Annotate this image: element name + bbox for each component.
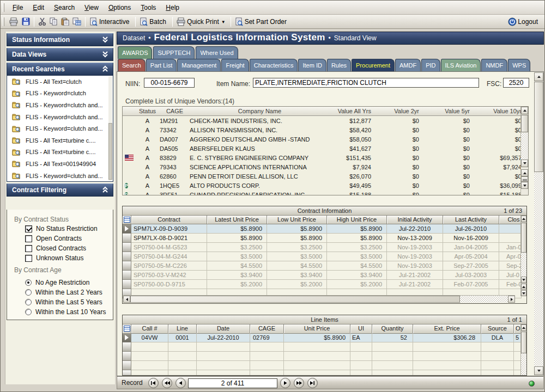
lineitems-col-header[interactable]: Quantity xyxy=(372,324,413,334)
filter-checkbox-closed-contracts[interactable]: Closed Contracts xyxy=(25,244,86,253)
lineitems-col-header[interactable]: Line xyxy=(168,324,197,334)
paste-button[interactable] xyxy=(59,16,71,28)
contract-row[interactable]: SPM7LX-08-D-9021$5.8900$5.8900$5.8900Nov… xyxy=(123,234,526,243)
save-button[interactable] xyxy=(20,16,32,28)
contract-col-header[interactable]: Clos xyxy=(499,216,522,224)
contract-col-header[interactable]: Contract xyxy=(131,216,207,224)
menu-view[interactable]: View xyxy=(80,1,104,14)
tab-management[interactable]: Management xyxy=(177,59,221,72)
tab-pid[interactable]: PID xyxy=(421,59,440,72)
menu-tools[interactable]: Tools xyxy=(136,1,161,14)
line-item-row[interactable]: 04VW0001Jul-22-201002769$5.8900EA52$306.… xyxy=(123,333,526,342)
recent-search-item[interactable]: FLIS - All Text=clutch xyxy=(7,76,113,88)
lineitems-col-header[interactable]: Source xyxy=(481,324,514,334)
contract-col-header[interactable]: Last Activity xyxy=(443,216,499,224)
niin-field[interactable]: 00-015-6679 xyxy=(144,78,195,88)
prev-record-button[interactable] xyxy=(175,378,186,388)
filter-radio-within-the-last-5-years[interactable]: Within the Last 5 Years xyxy=(25,298,102,307)
sidebar-panel-status-information[interactable]: Status Information xyxy=(7,33,113,46)
contract-row[interactable]: SP0750-00-D-9715$5.2000$5.2000$5.2000Jul… xyxy=(123,280,526,289)
contract-row[interactable]: SPM7LX-09-D-9039$5.8900$5.8900$5.8900Jul… xyxy=(123,224,526,234)
print-button[interactable] xyxy=(8,16,20,28)
lineitems-col-header[interactable]: CAGE xyxy=(250,324,284,334)
vendor-row[interactable]: PA1HQE5ALTO PRODUCTS CORP.$49,495$0$0$36… xyxy=(123,181,528,190)
tab-characteristics[interactable]: Characteristics xyxy=(250,59,298,72)
tab-awards[interactable]: AWARDS xyxy=(118,46,152,59)
recent-searches-scrollbar[interactable] xyxy=(108,76,112,181)
filter-checkbox-unknown-status[interactable]: Unknown Status xyxy=(25,254,83,262)
contract-row[interactable]: SP0750-04-M-G523$3.2500$3.2500$3.2500Nov… xyxy=(123,243,526,252)
contract-hscrollbar[interactable] xyxy=(123,295,515,303)
vendor-row[interactable]: A79343SCIENCE APPLICATIONS INTERNATIONA$… xyxy=(123,162,528,171)
contract-col-header[interactable]: Low Unit Price xyxy=(267,216,327,224)
tab-freight[interactable]: Freight xyxy=(221,59,249,72)
recent-search-item[interactable]: FLIS - All Text=001949904 xyxy=(7,158,113,170)
lineitems-col-header[interactable]: Date xyxy=(197,324,250,334)
filter-radio-within-the-last-2-years[interactable]: Within the Last 2 Years xyxy=(25,288,102,297)
lineitems-col-header[interactable]: Call # xyxy=(131,324,168,334)
content-vscrollbar[interactable] xyxy=(534,72,543,375)
menu-file[interactable]: File xyxy=(8,1,28,14)
lineitems-col-header[interactable]: Ext. Price xyxy=(413,324,481,334)
filter-radio-no-age-restriction[interactable]: No Age Restriction xyxy=(25,278,89,287)
tab-wps[interactable]: WPS xyxy=(508,59,530,72)
contract-col-header[interactable]: Latest Unit Price xyxy=(207,216,267,224)
vendor-row[interactable]: ADA505ABERSFELDER KLAUS$41,627$0$0$0 xyxy=(123,144,528,153)
contract-col-header[interactable]: High Unit Price xyxy=(327,216,387,224)
recent-search-item[interactable]: FLIS - Keyword=clutch xyxy=(7,88,113,100)
next-record-button[interactable] xyxy=(280,378,290,388)
vendors-scrollbar[interactable] xyxy=(520,107,528,195)
first-record-button[interactable] xyxy=(148,378,159,388)
batch-button[interactable]: Batch xyxy=(138,16,170,28)
menu-search[interactable]: Search xyxy=(49,1,80,14)
tab-nmdf[interactable]: NMDF xyxy=(481,59,507,72)
interactive-button[interactable]: Interactive xyxy=(88,16,133,28)
vendor-row[interactable]: A83829E. C. STYBERG ENGINEERING COMPANY$… xyxy=(123,153,528,162)
copy-button[interactable] xyxy=(48,16,59,28)
menu-edit[interactable]: Edit xyxy=(28,1,49,14)
recent-search-item[interactable]: FLIS - Keyword=clutch and... xyxy=(7,170,113,182)
filter-radio-within-the-last-10-years[interactable]: Within the Last 10 Years xyxy=(25,308,106,316)
contract-row[interactable]: SP0750-04-M-G244$3.5000$3.5000$3.5000Nov… xyxy=(123,252,526,261)
tab-part-list[interactable]: Part List xyxy=(146,59,177,72)
sidebar-panel-contract-filtering[interactable]: Contract Filtering xyxy=(7,183,113,197)
fsc-field[interactable]: 2520 xyxy=(503,78,529,88)
logout-button[interactable]: Logout xyxy=(508,15,540,29)
tab-ils-aviation[interactable]: ILS Aviation xyxy=(441,59,481,72)
last-record-button[interactable] xyxy=(307,378,318,388)
prev-page-button[interactable] xyxy=(162,378,172,388)
contract-col-header[interactable]: Initial Activity xyxy=(387,216,443,224)
item-name-field[interactable]: PLATE,INTERMEDIATE,FRICTION CLUTCH xyxy=(253,78,479,88)
sidebar-panel-recent-searches[interactable]: Recent Searches xyxy=(7,63,113,76)
lineitems-col-header[interactable]: UI xyxy=(350,324,372,334)
record-position-field[interactable]: 2 of 411 xyxy=(188,378,277,388)
vendor-row[interactable]: A62860PENN DETROIT DIESEL ALLISON, LLC$2… xyxy=(123,171,528,181)
tab-supptech[interactable]: SUPPTECH xyxy=(153,46,195,59)
vendor-row[interactable]: PA3RF51CUNARD PRECISION FABRICATION, INC… xyxy=(123,190,528,195)
copy-special-button[interactable] xyxy=(71,16,83,28)
lineitems-col-header[interactable]: Unit Price xyxy=(284,324,350,334)
next-page-button[interactable] xyxy=(294,378,304,388)
recent-search-item[interactable]: FLIS - Keyword=clutch and... xyxy=(7,99,113,111)
menu-options[interactable]: Options xyxy=(104,1,136,14)
tab-where-used[interactable]: Where Used xyxy=(196,46,238,59)
recent-search-item[interactable]: FLIS - Keyword=clutch and... xyxy=(7,122,113,134)
filter-checkbox-no-status-restriction[interactable]: No Status Restriction xyxy=(25,224,98,233)
menu-help[interactable]: Help xyxy=(161,1,184,14)
contract-vscrollbar[interactable] xyxy=(520,216,526,296)
set-part-order-button[interactable]: Set Part Order xyxy=(233,16,290,28)
recent-search-item[interactable]: FLIS - All Text=turbine c.... xyxy=(7,134,113,146)
filter-checkbox-open-contracts[interactable]: Open Contracts xyxy=(25,234,82,243)
tab-rules[interactable]: Rules xyxy=(327,59,351,72)
contract-row[interactable]: SP0750-03-V-M242$3.9400$3.9400$3.9400Jul… xyxy=(123,271,526,280)
recent-search-item[interactable]: FLIS - All Text=turbine c.... xyxy=(7,146,113,158)
vendor-row[interactable]: A73342ALLISON TRANSMISSION, INC.$58,420$… xyxy=(123,125,528,134)
contract-row[interactable]: SP0750-05-M-C226$4.5500$4.5500$4.5500Nov… xyxy=(123,261,526,271)
vendor-row[interactable]: ADA007AGGREKO DEUTSCHLAND GMBH -STAND$58… xyxy=(123,134,528,144)
quick-print-button[interactable]: Quick Print ▼ xyxy=(175,16,228,28)
tab-item-id[interactable]: Item ID xyxy=(298,59,326,72)
sidebar-panel-data-views[interactable]: Data Views xyxy=(7,48,113,61)
cut-button[interactable] xyxy=(37,16,48,28)
tab-amdf[interactable]: AMDF xyxy=(395,59,421,72)
recent-search-item[interactable]: FLIS - Keyword=clutch and... xyxy=(7,111,113,123)
